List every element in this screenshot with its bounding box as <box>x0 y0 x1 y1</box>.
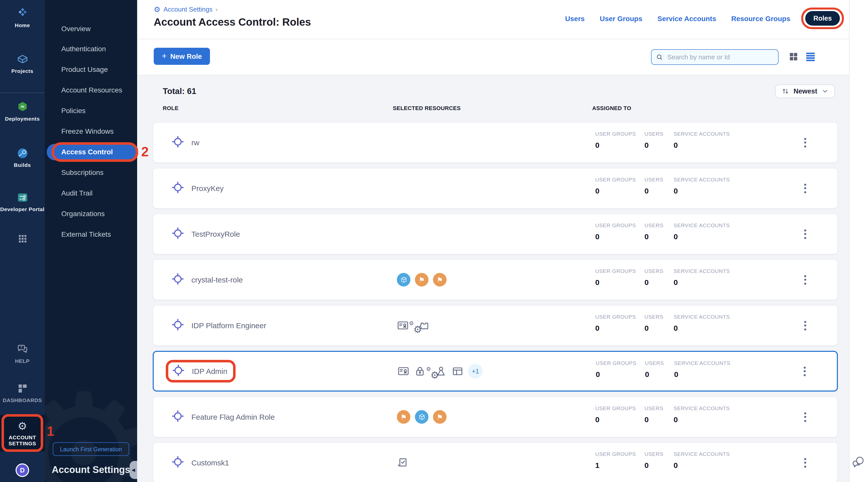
row-menu-button[interactable] <box>801 318 809 333</box>
feature-flags-icon: ⚑ <box>433 273 446 287</box>
home-icon <box>0 7 45 20</box>
breadcrumb[interactable]: ⚙ Account Settings › <box>154 5 217 13</box>
rail-item-module-selector[interactable] <box>0 232 45 245</box>
total-count: Total: 61 <box>163 86 196 96</box>
role-row-proxykey[interactable]: ProxyKeyUSER GROUPS0USERS0SERVICE ACCOUN… <box>153 168 838 209</box>
row-menu-button[interactable] <box>801 226 809 242</box>
sidebar-item-freeze-windows[interactable]: Freeze Windows <box>45 124 137 138</box>
assigned-to: USER GROUPS1USERS0SERVICE ACCOUNTS0 <box>595 451 744 470</box>
row-menu-button[interactable] <box>801 409 809 425</box>
new-role-button[interactable]: + New Role <box>154 48 210 65</box>
certificates-icon <box>397 365 409 377</box>
doc-check-icon <box>397 457 409 469</box>
breadcrumb-link[interactable]: Account Settings <box>163 5 213 13</box>
rail-item-developer-portal[interactable]: Developer Portal <box>0 191 45 212</box>
sidebar-item-policies[interactable]: Policies <box>45 103 137 118</box>
grid-view-icon[interactable] <box>788 51 799 62</box>
rail-item-projects[interactable]: Projects <box>0 53 45 74</box>
column-resources: SELECTED RESOURCES <box>393 105 461 111</box>
sidebar-item-account-resources[interactable]: Account Resources <box>45 83 137 97</box>
builds-icon <box>0 147 45 160</box>
column-role: ROLE <box>163 105 179 111</box>
sidebar-item-access-control[interactable]: Access Control <box>47 144 137 160</box>
role-row-testproxyrole[interactable]: TestProxyRoleUSER GROUPS0USERS0SERVICE A… <box>153 214 838 254</box>
row-menu-button[interactable] <box>801 180 809 196</box>
plus-icon: + <box>162 51 167 61</box>
toolbar: + New Role <box>137 39 849 76</box>
sidebar-item-overview[interactable]: Overview <box>45 22 137 36</box>
selected-resources: ⚙⚙ <box>397 306 430 345</box>
annotation-step-1: 1 <box>47 424 54 439</box>
assigned-to: USER GROUPS0USERS0SERVICE ACCOUNTS0 <box>596 360 744 379</box>
sidebar-item-subscriptions[interactable]: Subscriptions <box>45 165 137 179</box>
avatar[interactable]: D <box>16 463 29 477</box>
search-input[interactable] <box>666 53 774 61</box>
feature-flags-icon: ⚑ <box>397 410 410 424</box>
dashboards-icon <box>0 382 45 395</box>
users-count: 0 <box>645 141 674 149</box>
sidebar-item-product-usage[interactable]: Product Usage <box>45 62 137 77</box>
column-assigned: ASSIGNED TO <box>592 105 631 111</box>
role-name-cell: TestProxyRole <box>171 214 240 254</box>
row-menu-button[interactable] <box>801 272 809 288</box>
layout-icon <box>452 365 464 377</box>
sidebar-item-external-tickets[interactable]: External Tickets <box>45 227 137 241</box>
role-target-icon <box>171 181 184 196</box>
users-count: 0 <box>645 324 674 332</box>
tab-bar: UsersUser GroupsService AccountsResource… <box>565 11 840 26</box>
user-groups-count: 0 <box>596 370 645 379</box>
users-count: 0 <box>645 232 674 241</box>
tab-resource-groups[interactable]: Resource Groups <box>732 14 790 22</box>
role-name-cell: Feature Flag Admin Role <box>171 397 275 437</box>
role-row-idp-admin[interactable]: IDP Admin⚙⚙+1USER GROUPS0USERS0SERVICE A… <box>153 351 838 392</box>
chat-widget-icon[interactable] <box>851 455 866 472</box>
role-row-feature-flag-admin-role[interactable]: Feature Flag Admin Role⚑⚑USER GROUPS0USE… <box>153 397 838 437</box>
rail-item-home[interactable]: Home <box>0 7 45 28</box>
annotation-step-2: 2 <box>141 144 149 160</box>
assigned-to: USER GROUPS0USERS0SERVICE ACCOUNTS0 <box>595 222 744 241</box>
users-count: 0 <box>645 370 674 379</box>
sidebar-collapse-handle[interactable]: ◀ <box>130 461 137 479</box>
help-icon: ? <box>0 343 45 356</box>
page-header: ⚙ Account Settings › Account Access Cont… <box>137 0 849 39</box>
sidebar-item-authentication[interactable]: Authentication <box>45 42 137 56</box>
more-resources-badge: +1 <box>468 364 483 379</box>
sidebar-item-organizations[interactable]: Organizations <box>45 207 137 221</box>
account-settings-gear-icon: ⚙ <box>154 5 160 13</box>
tab-user-groups[interactable]: User Groups <box>600 14 643 22</box>
rail-item-account-settings[interactable]: ⚙ACCOUNTSETTINGS <box>0 415 45 451</box>
rail-item-dashboards[interactable]: DASHBOARDS <box>0 382 45 403</box>
svg-text:?: ? <box>20 345 22 349</box>
launch-first-generation-button[interactable]: Launch First Generation <box>53 442 129 456</box>
deployments-icon: ∞ <box>0 100 45 114</box>
rail-item-deployments[interactable]: ∞Deployments <box>0 100 45 122</box>
sidebar-item-audit-trail[interactable]: Audit Trail <box>45 186 137 200</box>
projects-icon <box>0 53 45 66</box>
row-menu-button[interactable] <box>801 455 809 471</box>
row-menu-button[interactable] <box>801 135 809 150</box>
user-avatar[interactable]: D <box>0 463 45 477</box>
role-row-crystal-test-role[interactable]: crystal-test-role⚑⚑USER GROUPS0USERS0SER… <box>153 259 838 300</box>
role-name: IDP Platform Engineer <box>191 321 266 330</box>
tab-roles[interactable]: Roles <box>805 11 840 26</box>
users-count: 0 <box>645 186 674 195</box>
certificates-icon <box>397 320 409 331</box>
role-row-idp-platform-engineer[interactable]: IDP Platform Engineer⚙⚙USER GROUPS0USERS… <box>153 305 838 346</box>
assigned-to: USER GROUPS0USERS0SERVICE ACCOUNTS0 <box>595 268 744 287</box>
sort-dropdown[interactable]: Newest <box>775 85 835 98</box>
tab-users[interactable]: Users <box>565 14 585 22</box>
role-name: crystal-test-role <box>191 275 243 284</box>
environments-icon <box>415 410 429 424</box>
rail-item-help[interactable]: ?HELP <box>0 343 45 364</box>
list-view-icon[interactable] <box>805 51 816 62</box>
rail-item-builds[interactable]: Builds <box>0 147 45 168</box>
role-row-rw[interactable]: rwUSER GROUPS0USERS0SERVICE ACCOUNTS0 <box>153 122 838 163</box>
row-menu-button[interactable] <box>801 363 809 379</box>
role-target-icon <box>171 410 184 424</box>
service-accounts-count: 0 <box>674 232 744 241</box>
tab-service-accounts[interactable]: Service Accounts <box>657 14 716 22</box>
service-accounts-count: 0 <box>674 141 744 149</box>
assigned-to: USER GROUPS0USERS0SERVICE ACCOUNTS0 <box>595 313 744 332</box>
users-count: 0 <box>645 415 674 424</box>
role-row-customsk1[interactable]: Customsk1USER GROUPS1USERS0SERVICE ACCOU… <box>153 442 838 482</box>
